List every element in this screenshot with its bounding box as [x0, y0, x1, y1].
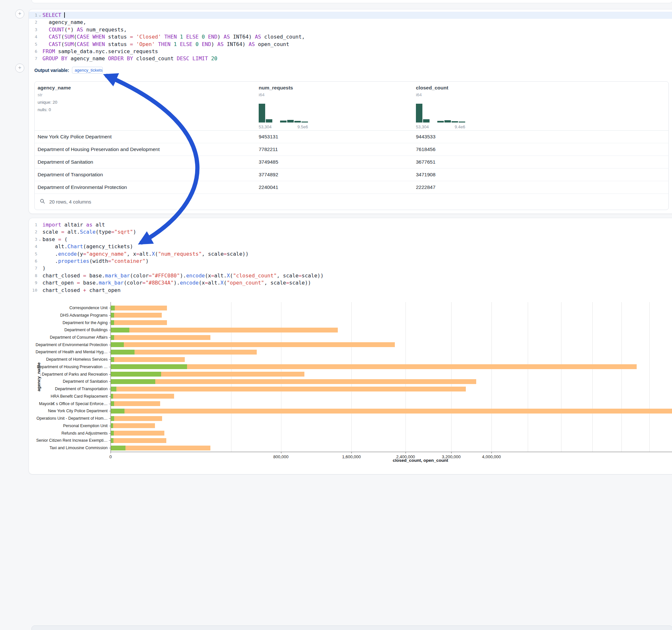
code-line[interactable]: 7GROUP BY agency_name ORDER BY closed_co… [29, 55, 672, 62]
gutter-spacer [37, 250, 43, 258]
code-token: = [83, 272, 86, 279]
y-axis-tick [109, 352, 111, 352]
column-type: i64 [416, 92, 668, 97]
code-token: ( [74, 34, 77, 40]
column-header[interactable]: num_requestsi6453,3049.5e6 [256, 82, 413, 130]
y-axis-label: Operations Unit - Department of Hom… [29, 416, 107, 421]
code-token [58, 55, 61, 62]
code-token [208, 55, 211, 62]
code-line[interactable]: 6 .properties(width="container") [29, 258, 672, 265]
code-token [177, 41, 180, 47]
code-token: ( [224, 280, 227, 286]
table-row[interactable]: Department of Environmental Protection22… [35, 181, 668, 194]
code-token: . [43, 258, 58, 264]
column-header[interactable]: closed_counti6453,3049.4e6 [413, 82, 668, 130]
line-number: 3 [29, 236, 37, 243]
bar-open_count [111, 306, 115, 311]
code-token: BY [127, 55, 133, 62]
table-row-count: 20 rows, 4 columns [49, 199, 91, 204]
python-code-editor[interactable]: 1import altair as alt2scale = alt.Scale(… [29, 221, 672, 294]
column-name: closed_count [416, 85, 668, 91]
add-cell-button[interactable]: + [15, 64, 24, 73]
gutter-spacer [37, 243, 43, 250]
bar-closed_count [111, 409, 672, 413]
column-type: i64 [259, 92, 413, 97]
code-token: = [286, 280, 289, 286]
code-token: "closed_count" [233, 272, 277, 279]
code-token: status [105, 41, 130, 47]
table-row[interactable]: New York City Police Department945313194… [35, 130, 668, 143]
code-token: = [77, 280, 80, 286]
code-line[interactable]: 3⌄base = ( [29, 236, 672, 243]
gutter-spacer [37, 26, 43, 33]
chart-x-axis-title: closed_count, open_count [111, 458, 672, 463]
column-meta: unique: 20 [38, 100, 256, 105]
code-line[interactable]: 4 CAST(SUM(CASE WHEN status = 'Closed' T… [29, 33, 672, 41]
bar-open_count [111, 438, 114, 443]
code-token: = [130, 34, 133, 40]
code-token: = [298, 272, 302, 279]
collapse-chevron-icon[interactable]: ⌄ [37, 12, 43, 19]
gutter-spacer [37, 41, 43, 48]
bar-closed_count [111, 357, 185, 362]
gridline [491, 302, 492, 452]
code-token: WHEN [92, 34, 105, 40]
line-number: 6 [29, 48, 37, 55]
output-variable-pill[interactable]: agency_tickets [72, 67, 103, 74]
y-axis-label: Taxi and Limousine Commission [29, 445, 107, 451]
table-row[interactable]: Department of Sanitation37494853677651 [35, 156, 668, 169]
column-header[interactable]: agency_namestrunique: 20nulls: 0 [35, 82, 256, 130]
y-axis-label: Correspondence Unit [29, 305, 107, 311]
code-token: AS [77, 27, 83, 33]
search-icon[interactable] [40, 199, 45, 205]
table-row[interactable]: Department of Housing Preservation and D… [35, 143, 668, 156]
y-axis-label: Refunds and Adjustments [29, 431, 107, 436]
code-token: alt. [139, 251, 152, 257]
y-axis-label: Personal Exemption Unit [29, 423, 107, 429]
line-number: 5 [29, 250, 37, 258]
line-number: 4 [29, 243, 37, 250]
y-axis-label: Department for the Aging [29, 320, 107, 325]
bar-closed_count [111, 394, 174, 398]
table-cell: 2222847 [413, 181, 668, 193]
column-histogram [416, 103, 465, 122]
table-row[interactable]: Department of Transportation377489234719… [35, 169, 668, 181]
code-token: 'Closed' [136, 34, 161, 40]
bar-closed_count [111, 328, 338, 333]
bar-closed_count [111, 445, 210, 451]
code-token: = [136, 251, 139, 257]
code-line[interactable]: 9chart_open = base.mark_bar(color="#8BC3… [29, 280, 672, 287]
code-line[interactable]: 1⌄SELECT [29, 12, 672, 19]
code-line[interactable]: 10chart_closed + chart_open [29, 287, 672, 294]
add-cell-button[interactable]: + [15, 9, 24, 19]
histogram-bar [302, 122, 308, 122]
result-table[interactable]: agency_namestrunique: 20nulls: 0num_requ… [34, 81, 669, 210]
code-line[interactable]: 7) [29, 265, 672, 272]
column-meta: nulls: 0 [38, 107, 256, 112]
code-line[interactable]: 2scale = alt.Scale(type="sqrt") [29, 228, 672, 236]
code-line[interactable]: 5 .encode(y="agency_name", x=alt.X("num_… [29, 250, 672, 258]
code-line[interactable]: 3 COUNT(*) AS num_requests, [29, 26, 672, 33]
code-line[interactable]: 2 agency_name, [29, 19, 672, 26]
bar-closed_count [111, 387, 466, 391]
code-token: encode [186, 272, 205, 279]
code-token [43, 34, 49, 40]
previous-cell-edge [31, 0, 672, 3]
code-line[interactable]: 8chart_closed = base.mark_bar(color="#FF… [29, 272, 672, 280]
bar-open_count [111, 394, 113, 398]
code-line[interactable]: 4 alt.Chart(agency_tickets) [29, 243, 672, 250]
bar-open_count [111, 364, 187, 369]
histogram-bar [437, 121, 444, 122]
histogram-bar [266, 119, 272, 122]
code-line[interactable]: 1import altair as alt [29, 221, 672, 228]
code-text: FROM sample_data.nyc.service_requests [43, 48, 672, 55]
code-token [192, 41, 195, 47]
code-line[interactable]: 6FROM sample_data.nyc.service_requests [29, 48, 672, 55]
gutter-spacer [37, 228, 43, 236]
sql-code-editor[interactable]: 1⌄SELECT 2 agency_name,3 COUNT(*) AS num… [29, 12, 672, 63]
gridline [592, 302, 593, 452]
code-text: .properties(width="container") [43, 258, 672, 265]
code-line[interactable]: 5 CAST(SUM(CASE WHEN status = 'Open' THE… [29, 41, 672, 48]
collapse-chevron-icon[interactable]: ⌄ [37, 236, 43, 243]
chart-y-axis-title: agency_name [36, 362, 41, 391]
